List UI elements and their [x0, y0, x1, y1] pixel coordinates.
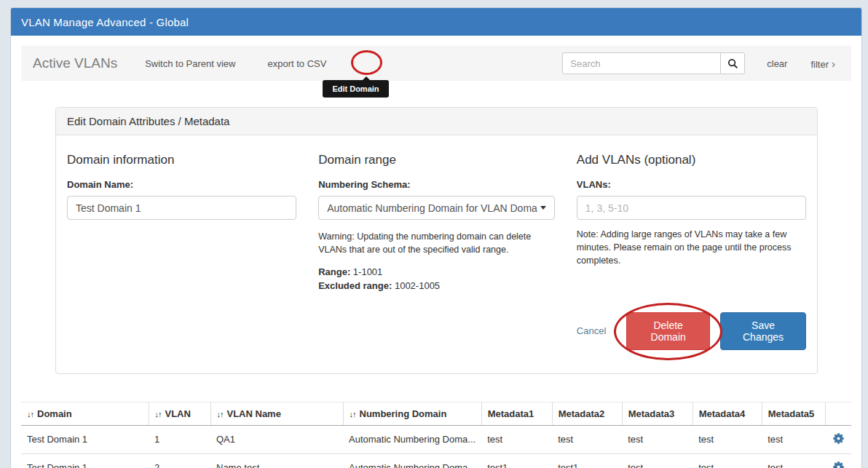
settings-gear-icon[interactable]: [833, 461, 844, 468]
add-vlans-heading: Add VLANs (optional): [577, 153, 806, 167]
col-header-actions: [825, 402, 851, 425]
app-window: VLAN Manage Advanced - Global Active VLA…: [10, 7, 862, 468]
page-content: Active VLANs Switch to Parent view expor…: [11, 36, 861, 468]
excluded-range-value: 1002-1005: [395, 280, 440, 291]
cell-vlan: 2: [149, 453, 210, 468]
cell-metadata3: test: [622, 453, 693, 468]
cell-numbering-domain: Automatic Numbering Doma...: [343, 453, 481, 468]
excluded-range-line: Excluded range: 1002-1005: [318, 279, 555, 293]
delete-domain-button[interactable]: Delete Domain: [626, 312, 710, 350]
sort-icon: ↓↑: [155, 410, 162, 419]
cell-domain: Test Domain 1: [21, 425, 149, 453]
cell-metadata3: test: [622, 425, 693, 453]
switch-parent-view-link[interactable]: Switch to Parent view: [145, 58, 235, 69]
edit-domain-tooltip: Edit Domain: [323, 80, 388, 98]
panel-header: Edit Domain Attributes / Metadata: [56, 108, 817, 135]
caret-down-icon: [540, 206, 546, 210]
col-header-domain[interactable]: ↓↑Domain: [21, 402, 149, 425]
edit-domain-panel: Edit Domain Attributes / Metadata Domain…: [55, 107, 818, 374]
panel-body: Domain information Domain Name: Domain r…: [56, 135, 817, 373]
vlans-field[interactable]: [577, 196, 806, 220]
numbering-schema-value: Automatic Numbering Domain for VLAN Doma: [327, 202, 537, 214]
cell-metadata4: test: [693, 453, 762, 468]
search-button[interactable]: [721, 52, 745, 74]
add-vlans-section: Add VLANs (optional) VLANs: Note: Adding…: [577, 153, 806, 293]
col-header-label: Numbering Domain: [360, 408, 447, 419]
cell-vlan-name: Name test: [210, 453, 343, 468]
panel-actions: Cancel Delete Domain Save Changes: [577, 312, 806, 350]
col-header-metadata5: Metadata5: [762, 402, 825, 425]
page-title: VLAN Manage Advanced - Global: [11, 8, 861, 36]
cell-vlan: 1: [149, 425, 210, 453]
view-title: Active VLANs: [33, 55, 117, 71]
excluded-range-label: Excluded range:: [318, 280, 392, 291]
col-header-metadata4: Metadata4: [693, 402, 762, 425]
sort-icon: ↓↑: [217, 410, 224, 419]
search-group: [562, 52, 745, 74]
col-header-label: VLAN: [165, 408, 191, 419]
col-header-metadata3: Metadata3: [622, 402, 693, 425]
chevron-right-icon: ›: [832, 57, 835, 70]
cell-metadata2: test1: [552, 453, 622, 468]
cell-domain: Test Domain 1: [21, 453, 149, 468]
search-input[interactable]: [562, 52, 721, 74]
col-header-vlan-name[interactable]: ↓↑VLAN Name: [210, 402, 343, 425]
col-header-vlan[interactable]: ↓↑VLAN: [149, 402, 210, 425]
domain-range-section: Domain range Numbering Schema: Automatic…: [318, 153, 555, 293]
numbering-schema-select[interactable]: Automatic Numbering Domain for VLAN Doma: [318, 196, 555, 220]
toolbar: Active VLANs Switch to Parent view expor…: [21, 46, 851, 81]
edit-domain-menu-button[interactable]: Edit Domain: [358, 56, 376, 71]
col-header-numbering-domain[interactable]: ↓↑Numbering Domain: [343, 402, 481, 425]
numbering-schema-label: Numbering Schema:: [318, 179, 555, 190]
cell-metadata1: test1: [481, 453, 552, 468]
range-label: Range:: [318, 266, 350, 277]
col-header-metadata2: Metadata2: [552, 402, 622, 425]
sort-icon: ↓↑: [27, 410, 33, 419]
cell-metadata2: test: [552, 425, 622, 453]
table-row: Test Domain 1 1 QA1 Automatic Numbering …: [21, 425, 851, 453]
vlans-note-text: Note: Adding large ranges of VLANs may t…: [577, 228, 806, 267]
cell-numbering-domain: Automatic Numbering Doma...: [343, 425, 481, 453]
page-title-text: VLAN Manage Advanced - Global: [21, 16, 189, 28]
sort-icon: ↓↑: [350, 410, 356, 419]
cancel-link[interactable]: Cancel: [577, 325, 606, 336]
cell-metadata4: test: [693, 425, 762, 453]
vlan-table: ↓↑Domain ↓↑VLAN ↓↑VLAN Name ↓↑Numbering …: [21, 402, 851, 468]
filter-link[interactable]: filter›: [810, 57, 835, 70]
cell-vlan-name: QA1: [210, 425, 343, 453]
range-info: Range: 1-1001 Excluded range: 1002-1005: [318, 266, 555, 293]
domain-information-heading: Domain information: [67, 153, 296, 167]
red-circle-annotation: [351, 50, 382, 75]
schema-warning-text: Warning: Updating the numbering domain c…: [318, 230, 555, 256]
settings-gear-icon[interactable]: [833, 433, 844, 444]
col-header-metadata1: Metadata1: [481, 402, 552, 425]
cell-metadata5: test: [762, 425, 825, 453]
domain-name-label: Domain Name:: [67, 179, 296, 190]
cell-metadata1: test: [481, 425, 552, 453]
vlans-label: VLANs:: [577, 179, 806, 190]
domain-range-heading: Domain range: [318, 153, 555, 167]
range-value: 1-1001: [353, 266, 382, 277]
delete-domain-wrap: Delete Domain: [626, 312, 710, 350]
cell-metadata5: test: [762, 453, 825, 468]
range-line: Range: 1-1001: [318, 266, 555, 279]
domain-information-section: Domain information Domain Name:: [67, 153, 296, 293]
save-changes-button[interactable]: Save Changes: [720, 312, 806, 350]
export-csv-link[interactable]: export to CSV: [267, 58, 326, 69]
col-header-label: VLAN Name: [227, 408, 281, 419]
col-header-label: Domain: [37, 408, 72, 419]
search-icon: [727, 58, 738, 69]
table-row: Test Domain 1 2 Name test Automatic Numb…: [21, 453, 851, 468]
filter-link-label: filter: [810, 59, 829, 70]
table-header-row: ↓↑Domain ↓↑VLAN ↓↑VLAN Name ↓↑Numbering …: [21, 402, 851, 425]
clear-link[interactable]: clear: [767, 58, 787, 69]
domain-name-field[interactable]: [67, 196, 296, 220]
